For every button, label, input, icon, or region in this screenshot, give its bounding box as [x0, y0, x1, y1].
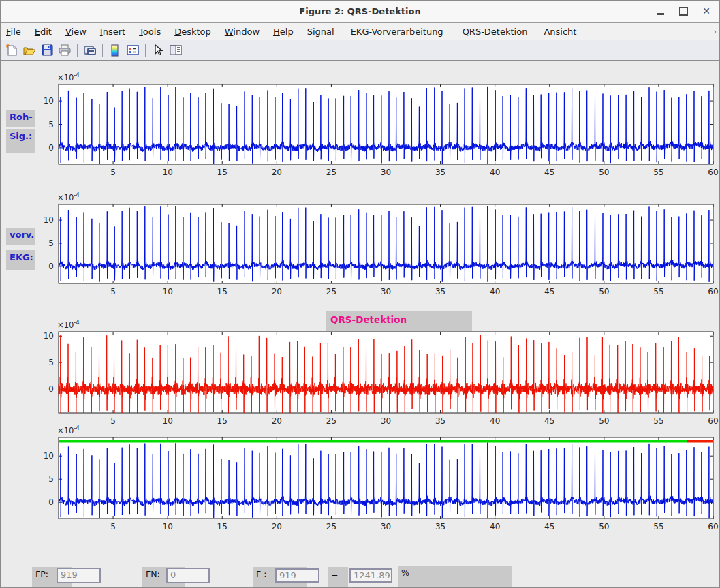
y-axis-exponent: ×10-4	[57, 424, 80, 435]
y-tick-label: 5	[48, 120, 54, 129]
x-tick-label: 45	[544, 168, 554, 177]
axes-box	[59, 437, 713, 519]
equals-label: =	[328, 567, 348, 588]
x-tick-label: 30	[381, 522, 391, 531]
x-tick-label: 60	[708, 287, 718, 296]
y-tick-label: 10	[44, 451, 54, 461]
y-tick-label: 10	[44, 96, 54, 106]
fp-value-field[interactable]: 919	[57, 568, 101, 583]
x-tick-label: 20	[272, 168, 282, 177]
x-tick-label: 40	[490, 287, 500, 296]
x-tick-label: 20	[272, 416, 282, 426]
axes-box	[59, 332, 713, 413]
x-tick-label: 55	[653, 287, 663, 296]
plot-ecg-with-detection-markers: 510152025303540455055600510×10-4	[44, 424, 719, 531]
plots-svg: 510152025303540455055600510×10-451015202…	[1, 1, 720, 588]
y-tick-label: 0	[48, 497, 54, 507]
qrs-detection-plot-title: QRS-Detektion	[326, 311, 472, 331]
x-tick-label: 60	[708, 416, 718, 426]
preprocessed-label-line2: EKG:	[6, 250, 35, 270]
x-tick-label: 25	[326, 287, 336, 296]
x-tick-label: 35	[435, 168, 445, 177]
y-axis-exponent: ×10-4	[57, 191, 80, 202]
x-tick-label: 45	[544, 287, 554, 296]
x-tick-label: 10	[163, 416, 173, 426]
plot-qrs-detection-function: 510152025303540455055600510×10-4	[44, 319, 719, 426]
x-tick-label: 25	[326, 168, 336, 177]
x-tick-label: 40	[490, 522, 500, 531]
x-tick-label: 50	[599, 287, 609, 296]
raw-signal-label-line2: Sig.:	[6, 129, 35, 153]
x-tick-label: 10	[163, 522, 173, 531]
preprocessed-label-line1: vorv.	[6, 228, 35, 245]
x-tick-label: 5	[110, 416, 116, 426]
x-tick-label: 5	[110, 168, 116, 177]
x-tick-label: 20	[272, 522, 282, 531]
x-tick-label: 15	[217, 522, 228, 531]
x-tick-label: 55	[653, 522, 663, 531]
figure-window: Figure 2: QRS-Detektion ✕ FileEditViewIn…	[0, 0, 720, 588]
y-tick-label: 10	[44, 215, 54, 225]
plot-preprocessed-ecg: 510152025303540455055600510×10-4	[44, 191, 719, 296]
x-tick-label: 35	[435, 522, 445, 531]
y-tick-label: 0	[48, 143, 54, 153]
percentage-value-field[interactable]: 1241.891	[349, 568, 392, 583]
x-tick-label: 5	[110, 522, 116, 531]
x-tick-label: 50	[599, 416, 609, 426]
x-tick-label: 60	[708, 522, 718, 531]
x-tick-label: 15	[217, 416, 228, 426]
x-tick-label: 30	[381, 416, 391, 426]
axes-box	[59, 204, 713, 283]
x-tick-label: 10	[163, 287, 173, 296]
x-tick-label: 45	[544, 416, 554, 426]
y-tick-label: 5	[48, 358, 54, 367]
x-tick-label: 20	[272, 287, 282, 296]
y-tick-label: 5	[48, 474, 54, 484]
x-tick-label: 50	[599, 168, 609, 177]
x-tick-label: 60	[708, 168, 718, 177]
x-tick-label: 15	[217, 287, 228, 296]
x-tick-label: 55	[653, 416, 663, 426]
x-tick-label: 25	[326, 522, 336, 531]
x-tick-label: 30	[381, 168, 391, 177]
f-value-field[interactable]: 919	[275, 568, 319, 583]
plot-raw-ecg-signal: 510152025303540455055600510×10-4	[44, 72, 719, 177]
y-tick-label: 10	[44, 331, 54, 341]
y-tick-label: 0	[48, 262, 54, 271]
percent-label: %	[398, 566, 512, 588]
raw-signal-label-line1: Roh-	[6, 110, 35, 127]
x-tick-label: 40	[490, 416, 500, 426]
fn-value-field[interactable]: 0	[166, 568, 210, 583]
x-tick-label: 55	[653, 168, 663, 177]
y-axis-exponent: ×10-4	[57, 319, 80, 330]
x-tick-label: 45	[544, 522, 554, 531]
x-tick-label: 40	[490, 168, 500, 177]
x-tick-label: 15	[217, 168, 228, 177]
x-tick-label: 10	[163, 168, 173, 177]
y-tick-label: 5	[48, 238, 54, 248]
x-tick-label: 5	[110, 287, 116, 296]
x-tick-label: 35	[435, 416, 445, 426]
y-axis-exponent: ×10-4	[57, 72, 80, 82]
y-tick-label: 0	[48, 384, 54, 394]
x-tick-label: 35	[435, 287, 445, 296]
x-tick-label: 50	[599, 522, 609, 531]
axes-box	[59, 84, 713, 164]
x-tick-label: 30	[381, 287, 391, 296]
x-tick-label: 25	[326, 416, 336, 426]
